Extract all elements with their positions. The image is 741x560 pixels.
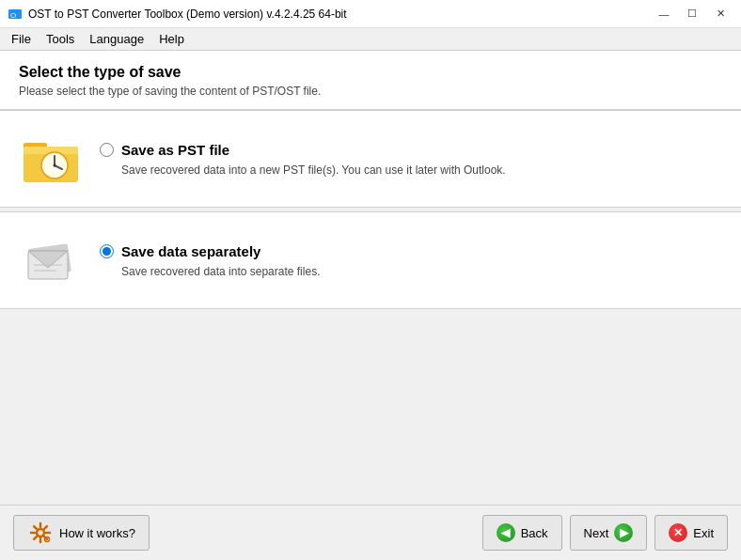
footer-left: How it works? <box>13 515 150 551</box>
option-separate-desc: Save recovered data into separate files. <box>121 265 722 278</box>
svg-line-22 <box>44 526 47 529</box>
menu-tools[interactable]: Tools <box>39 30 82 48</box>
menu-help[interactable]: Help <box>151 30 192 48</box>
title-bar-left: O OST to PST Converter Toolbox (Demo ver… <box>8 7 347 22</box>
next-button[interactable]: Next ▶ <box>570 515 648 551</box>
main-content: Select the type of save Please select th… <box>0 51 741 560</box>
how-it-works-button[interactable]: How it works? <box>13 515 150 551</box>
pst-folder-icon <box>19 126 85 192</box>
back-icon: ◀ <box>497 523 515 542</box>
close-button[interactable]: ✕ <box>707 5 733 23</box>
app-icon: O <box>8 7 23 22</box>
options-area: Save as PST file Save recovered data int… <box>0 110 741 505</box>
svg-line-20 <box>34 526 37 529</box>
minimize-button[interactable]: — <box>651 5 677 23</box>
option-pst-title-row: Save as PST file <box>100 142 722 158</box>
svg-text:O: O <box>10 11 16 20</box>
option-pst-desc: Save recovered data into a new PST file(… <box>121 163 722 177</box>
svg-point-15 <box>37 529 44 537</box>
option-separate-label: Save data separately Save recovered data… <box>100 243 722 278</box>
footer-right: ◀ Back Next ▶ ✕ Exit <box>482 515 728 551</box>
how-it-works-label: How it works? <box>59 526 135 540</box>
option-separate-title[interactable]: Save data separately <box>121 243 260 259</box>
svg-line-23 <box>34 537 37 539</box>
menu-language[interactable]: Language <box>82 30 151 48</box>
header-section: Select the type of save Please select th… <box>0 51 741 110</box>
exit-icon: ✕ <box>669 523 687 542</box>
exit-button[interactable]: ✕ Exit <box>654 515 728 551</box>
page-title: Select the type of save <box>19 64 722 81</box>
option-pst-label: Save as PST file Save recovered data int… <box>100 142 722 177</box>
option-pst-title[interactable]: Save as PST file <box>121 142 229 158</box>
svg-point-9 <box>54 164 56 167</box>
radio-separate[interactable] <box>100 244 114 258</box>
footer: How it works? ◀ Back Next ▶ ✕ Exit <box>0 505 741 560</box>
gear-icon <box>27 520 54 546</box>
option-pst-card: Save as PST file Save recovered data int… <box>0 110 741 208</box>
exit-label: Exit <box>693 526 714 540</box>
option-separate-title-row: Save data separately <box>100 243 722 259</box>
title-bar: O OST to PST Converter Toolbox (Demo ver… <box>0 0 741 28</box>
back-button[interactable]: ◀ Back <box>482 515 562 551</box>
maximize-button[interactable]: ☐ <box>679 5 705 23</box>
option-separate-card: Save data separately Save recovered data… <box>0 211 741 309</box>
menu-file[interactable]: File <box>4 30 39 48</box>
separate-files-icon <box>19 227 85 293</box>
back-label: Back <box>521 526 548 540</box>
radio-pst[interactable] <box>100 143 114 157</box>
next-label: Next <box>584 526 609 540</box>
title-bar-controls: — ☐ ✕ <box>651 5 733 23</box>
next-icon: ▶ <box>614 523 633 542</box>
page-subtitle: Please select the type of saving the con… <box>19 85 722 98</box>
menu-bar: File Tools Language Help <box>0 28 741 51</box>
title-bar-text: OST to PST Converter Toolbox (Demo versi… <box>28 8 347 21</box>
